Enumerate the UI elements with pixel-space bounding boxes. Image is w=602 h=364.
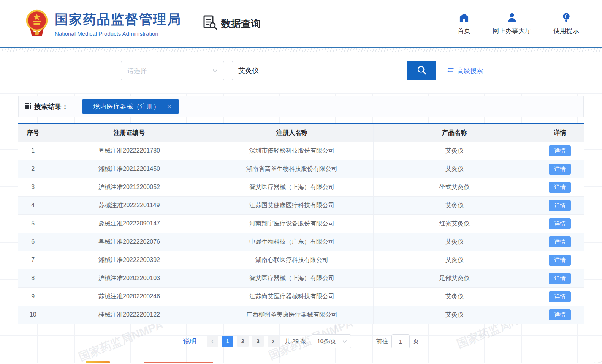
- cell-index: 6: [18, 233, 48, 251]
- cell-registration-number: 苏械注准20202200246: [48, 287, 211, 306]
- cell-registration-number: 沪械注准20212200052: [48, 178, 211, 196]
- cell-registrant-name: 广西柳州圣美康医疗器械有限公司: [211, 306, 373, 324]
- page-size-select[interactable]: 10条/页: [312, 334, 351, 348]
- detail-button[interactable]: 详情: [549, 182, 571, 193]
- detail-button[interactable]: 详情: [549, 218, 571, 229]
- detail-button[interactable]: 详情: [549, 291, 571, 302]
- table-header-row: 序号 注册证编号 注册人名称 产品名称 详情: [18, 123, 584, 142]
- cell-product-name: 艾灸仪: [373, 142, 536, 160]
- cell-registrant-name: 河南翔宇医疗设备股份有限公司: [211, 214, 373, 233]
- search-result-label: 搜索结果：: [34, 102, 68, 111]
- chevron-right-icon: ›: [272, 337, 274, 345]
- table-row: 6 粤械注准20222202076 中晟生物科技（广东）有限公司 艾灸仪 详情: [18, 233, 584, 251]
- content-area: 搜索结果： 境内医疗器械（注册） ✕ 序号 注册证编号 注册人名称 产品名称 详…: [0, 93, 602, 363]
- note-link[interactable]: 说明: [183, 337, 196, 346]
- data-query-label: 数据查询: [221, 17, 261, 30]
- detail-button[interactable]: 详情: [549, 273, 571, 284]
- cell-product-name: 坐式艾灸仪: [373, 178, 536, 196]
- goto-page-unit: 页: [413, 337, 419, 345]
- cell-detail: 详情: [536, 306, 584, 324]
- close-icon[interactable]: ✕: [167, 103, 172, 110]
- chevron-down-icon: [212, 67, 218, 74]
- goto-page-input[interactable]: [391, 334, 410, 348]
- page-button-1[interactable]: 1: [222, 336, 233, 347]
- search-section: 请选择: [0, 52, 602, 93]
- page-button-3[interactable]: 3: [252, 336, 264, 347]
- prev-page-button[interactable]: ‹: [207, 336, 218, 347]
- cell-index: 2: [18, 160, 48, 178]
- table-row: 9 苏械注准20202200246 江苏尚艾医疗器械科技有限公司 艾灸仪 详情: [18, 287, 584, 306]
- cell-detail: 详情: [536, 142, 584, 160]
- nav-home[interactable]: 首页: [458, 12, 471, 35]
- search-button[interactable]: [407, 61, 436, 80]
- cell-index: 1: [18, 142, 48, 160]
- brand-logo[interactable]: 国家药品监督管理局 National Medical Products Admi…: [25, 9, 181, 39]
- category-select[interactable]: 请选择: [121, 61, 224, 80]
- home-icon: [458, 12, 470, 24]
- cell-registrant-name: 湖南省高圣生物科技股份有限公司: [211, 160, 373, 178]
- cell-index: 7: [18, 251, 48, 269]
- advanced-search-link[interactable]: 高级搜索: [447, 66, 483, 75]
- cell-detail: 详情: [536, 251, 584, 269]
- cell-registration-number: 沪械注准20202200103: [48, 269, 211, 287]
- table-row: 1 粤械注准20222201780 深圳市倍轻松科技股份有限公司 艾灸仪 详情: [18, 142, 584, 160]
- cell-registrant-name: 深圳市倍轻松科技股份有限公司: [211, 142, 373, 160]
- table-row: 3 沪械注准20212200052 智艾医疗器械（上海）有限公司 坐式艾灸仪 详…: [18, 178, 584, 196]
- cell-detail: 详情: [536, 178, 584, 196]
- footer-peek-gold: [86, 361, 110, 363]
- cell-index: 4: [18, 196, 48, 214]
- page-button-2[interactable]: 2: [237, 336, 249, 347]
- search-result-bar: 搜索结果： 境内医疗器械（注册） ✕: [18, 96, 584, 117]
- advanced-search-label: 高级搜索: [457, 66, 483, 75]
- page-size-value: 10条/页: [317, 338, 336, 345]
- header: 国家药品监督管理局 National Medical Products Admi…: [0, 0, 602, 48]
- cell-registration-number: 湘械注准20212201450: [48, 160, 211, 178]
- search-input-group: [232, 61, 436, 80]
- detail-button[interactable]: 详情: [549, 309, 571, 320]
- page: 国家药品监督管理局 National Medical Products Admi…: [0, 0, 602, 363]
- cell-index: 9: [18, 287, 48, 306]
- next-page-button[interactable]: ›: [268, 336, 279, 347]
- nav-usage-tips-label: 使用提示: [553, 27, 579, 35]
- lightbulb-icon: [561, 12, 572, 24]
- cell-index: 10: [18, 306, 48, 324]
- cell-product-name: 艾灸仪: [373, 196, 536, 214]
- cell-product-name: 艾灸仪: [373, 287, 536, 306]
- filter-tag-label: 境内医疗器械（注册）: [93, 102, 160, 111]
- cell-detail: 详情: [536, 233, 584, 251]
- cell-product-name: 艾灸仪: [373, 160, 536, 178]
- brand-text: 国家药品监督管理局 National Medical Products Admi…: [55, 11, 181, 37]
- table-row: 10 桂械注准20222200122 广西柳州圣美康医疗器械有限公司 艾灸仪 详…: [18, 306, 584, 324]
- nav-online-hall[interactable]: 网上办事大厅: [493, 12, 531, 35]
- filter-tag[interactable]: 境内医疗器械（注册） ✕: [82, 99, 179, 114]
- cell-detail: 详情: [536, 287, 584, 306]
- site-title: 国家药品监督管理局: [55, 11, 181, 28]
- nav-online-hall-label: 网上办事大厅: [493, 27, 531, 35]
- cell-registration-number: 豫械注准20222090147: [48, 214, 211, 233]
- nav-usage-tips[interactable]: 使用提示: [553, 12, 579, 35]
- chevron-down-icon: [342, 338, 347, 344]
- cell-detail: 详情: [536, 214, 584, 233]
- detail-button[interactable]: 详情: [549, 200, 571, 211]
- col-header-registration-number: 注册证编号: [48, 123, 211, 142]
- header-hatch-divider: [0, 48, 602, 52]
- cell-detail: 详情: [536, 196, 584, 214]
- cell-registration-number: 桂械注准20222200122: [48, 306, 211, 324]
- cell-registration-number: 粤械注准20222202076: [48, 233, 211, 251]
- cell-registrant-name: 智艾医疗器械（上海）有限公司: [211, 269, 373, 287]
- goto-label: 前往: [376, 337, 388, 345]
- detail-button[interactable]: 详情: [549, 255, 571, 266]
- detail-button[interactable]: 详情: [549, 164, 571, 175]
- cell-registration-number: 粤械注准20222201780: [48, 142, 211, 160]
- document-search-icon: [202, 15, 217, 33]
- cell-registrant-name: 中晟生物科技（广东）有限公司: [211, 233, 373, 251]
- data-query-title: 数据查询: [202, 15, 261, 33]
- detail-button[interactable]: 详情: [549, 145, 571, 156]
- cell-registration-number: 湘械注准20222200392: [48, 251, 211, 269]
- detail-button[interactable]: 详情: [549, 236, 571, 247]
- search-input[interactable]: [232, 61, 407, 80]
- table-row: 8 沪械注准20202200103 智艾医疗器械（上海）有限公司 足部艾灸仪 详…: [18, 269, 584, 287]
- cell-registrant-name: 江苏尚艾医疗器械科技有限公司: [211, 287, 373, 306]
- table-row: 2 湘械注准20212201450 湖南省高圣生物科技股份有限公司 艾灸仪 详情: [18, 160, 584, 178]
- cell-product-name: 艾灸仪: [373, 306, 536, 324]
